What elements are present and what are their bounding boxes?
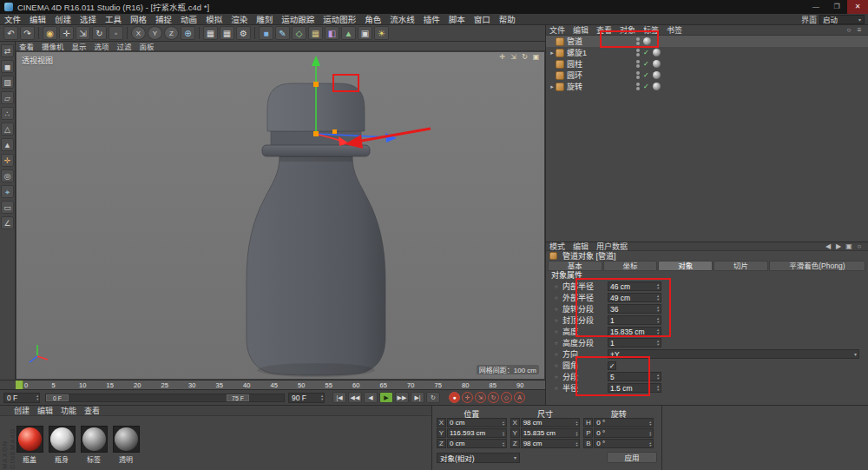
record-key-button[interactable]: ●	[449, 392, 460, 403]
tab-基本[interactable]: 基本	[548, 261, 602, 271]
maximize-button[interactable]: ❐	[826, 0, 847, 14]
primitive-cube-icon[interactable]: ■	[259, 26, 273, 40]
mat-menu-0[interactable]: 创建	[14, 405, 30, 416]
modeling-icon[interactable]: ▦	[308, 26, 323, 40]
close-button[interactable]: ✕	[847, 0, 868, 14]
spinner-icon[interactable]: ▴▾	[649, 441, 651, 447]
phong-tag-icon[interactable]	[653, 49, 661, 56]
enable-check-icon[interactable]: ✓	[643, 49, 649, 56]
bottle-body[interactable]	[247, 156, 385, 375]
material-item-瓶盖[interactable]: 瓶盖	[15, 426, 44, 464]
render-visibility-dot[interactable]	[636, 42, 640, 45]
edges-mode-icon[interactable]: △	[1, 122, 14, 136]
coord-field-尺寸-Y[interactable]: 15.835 cm▴▾	[521, 428, 581, 438]
points-mode-icon[interactable]: ∴	[1, 107, 14, 120]
viewport-canvas[interactable]: 透视视图 ✛⇲↻▣ 网格间距：100 cm	[16, 51, 545, 380]
camera-icon[interactable]: ▣	[358, 26, 372, 40]
visibility-dots[interactable]	[636, 83, 640, 91]
back-icon[interactable]: ◀	[823, 242, 833, 250]
live-selection-icon[interactable]: ◉	[43, 26, 57, 40]
menu-item-0[interactable]: 文件	[0, 13, 25, 25]
prev-frame-button[interactable]: ◀	[364, 392, 378, 403]
gizmo-param-handle-top[interactable]	[313, 82, 319, 87]
timeline-range-slider[interactable]: 0 F 75 F	[45, 394, 285, 402]
expand-icon[interactable]: ▸	[549, 50, 556, 56]
spinner-icon[interactable]: ▴▾	[503, 441, 504, 447]
search-icon[interactable]: ○	[844, 26, 854, 34]
spinner-icon[interactable]: ▴▾	[657, 306, 659, 311]
viewport-solo-icon[interactable]: ◎	[1, 169, 14, 182]
search-icon[interactable]: ○	[854, 242, 865, 250]
spline-pen-icon[interactable]: ✎	[275, 26, 290, 40]
editor-visibility-dot[interactable]	[636, 71, 640, 75]
redo-icon[interactable]: ↷	[20, 26, 35, 40]
editor-visibility-dot[interactable]	[636, 60, 640, 63]
om-menu-0[interactable]: 文件	[549, 24, 565, 36]
attr-field-半径[interactable]: 1.5 cm▴▾	[608, 383, 661, 393]
editor-visibility-dot[interactable]	[636, 49, 640, 52]
render-visibility-dot[interactable]	[636, 64, 640, 68]
phong-tag-icon[interactable]	[643, 37, 651, 45]
coord-field-位置-X[interactable]: 0 cm▴▾	[447, 418, 507, 427]
spinner-icon[interactable]: ▴▾	[321, 394, 324, 400]
spinner-icon[interactable]: ▴▾	[657, 374, 659, 379]
deformer-icon[interactable]: ◧	[325, 26, 339, 40]
menu-item-2[interactable]: 创建	[50, 13, 76, 25]
attr-dropdown-方向[interactable]: +Y▾	[608, 349, 859, 359]
material-item-标签[interactable]: 标签	[79, 426, 108, 464]
menu-item-13[interactable]: 角色	[360, 13, 385, 25]
menu-item-18[interactable]: 帮助	[495, 13, 520, 25]
object-row-螺旋1[interactable]: ▸螺旋1✓	[546, 47, 868, 58]
enable-check-icon[interactable]: ✓	[643, 60, 649, 68]
coord-field-尺寸-X[interactable]: 98 cm▴▾	[521, 418, 581, 427]
workplane-mode-icon[interactable]: ▱	[1, 91, 14, 104]
visibility-dots[interactable]	[636, 37, 640, 46]
viewport-menu-3[interactable]: 选项	[95, 41, 109, 51]
mat-menu-2[interactable]: 功能	[61, 405, 76, 416]
coordinate-system-icon[interactable]: ⊕	[181, 26, 195, 40]
tab-坐标[interactable]: 坐标	[603, 261, 658, 271]
menu-item-3[interactable]: 选择	[76, 13, 101, 25]
phong-tag-icon[interactable]	[653, 71, 661, 79]
rotate-view-icon[interactable]: ↻	[519, 53, 530, 62]
spinner-icon[interactable]: ▴▾	[575, 441, 577, 447]
spinner-icon[interactable]: ▴▾	[657, 328, 659, 334]
material-thumbnail[interactable]	[49, 426, 76, 453]
menu-item-6[interactable]: 捕捉	[151, 13, 176, 25]
spinner-icon[interactable]: ▴▾	[575, 431, 577, 436]
goto-end-button[interactable]: ▶|	[411, 392, 424, 403]
render-settings-icon[interactable]: ⚙	[236, 26, 251, 40]
om-menu-1[interactable]: 编辑	[573, 24, 589, 36]
spinner-icon[interactable]: ▴▾	[503, 420, 504, 426]
spinner-icon[interactable]: ▴▾	[649, 431, 651, 436]
spinner-icon[interactable]: ▴▾	[657, 283, 659, 288]
autokey-button[interactable]: A	[514, 392, 525, 403]
last-tool-icon[interactable]: ◦	[108, 26, 123, 40]
record-rotation-button[interactable]: ↻	[488, 392, 499, 403]
tab-切片[interactable]: 切片	[713, 261, 768, 271]
convert-editable-icon[interactable]: ⇄	[1, 44, 14, 57]
gizmo-center-handle[interactable]	[313, 131, 319, 136]
menu-item-4[interactable]: 工具	[101, 13, 126, 25]
om-menu-4[interactable]: 标签	[643, 24, 659, 36]
phong-tag-icon[interactable]	[653, 60, 661, 68]
enable-check-icon[interactable]: ✓	[643, 83, 649, 90]
enable-check-icon[interactable]: ✓	[643, 71, 649, 79]
environment-icon[interactable]: ▲	[341, 26, 356, 40]
tab-对象[interactable]: 对象	[658, 261, 713, 271]
viewport-menu-1[interactable]: 摄像机	[42, 41, 64, 51]
snap-icon[interactable]: ⌖	[1, 185, 14, 198]
lock-icon[interactable]: ▣	[844, 242, 854, 250]
filter-icon[interactable]: ≡	[854, 26, 865, 34]
minimize-button[interactable]: —	[806, 0, 826, 14]
attr-field-高度分段[interactable]: 1▴▾	[608, 338, 661, 348]
render-picture-viewer-icon[interactable]: ▦	[220, 26, 234, 40]
scale-tool-icon[interactable]: ⇲	[76, 26, 90, 40]
spinner-icon[interactable]: ▴▾	[657, 317, 659, 322]
spinner-icon[interactable]: ▴▾	[657, 340, 659, 345]
pan-view-icon[interactable]: ✛	[496, 53, 508, 62]
coord-field-旋转-P[interactable]: 0 °▴▾	[594, 428, 654, 438]
next-key-button[interactable]: ▶▶	[395, 392, 409, 403]
attr-field-分段[interactable]: 5▴▾	[608, 372, 661, 381]
spinner-icon[interactable]: ▴▾	[657, 295, 659, 300]
